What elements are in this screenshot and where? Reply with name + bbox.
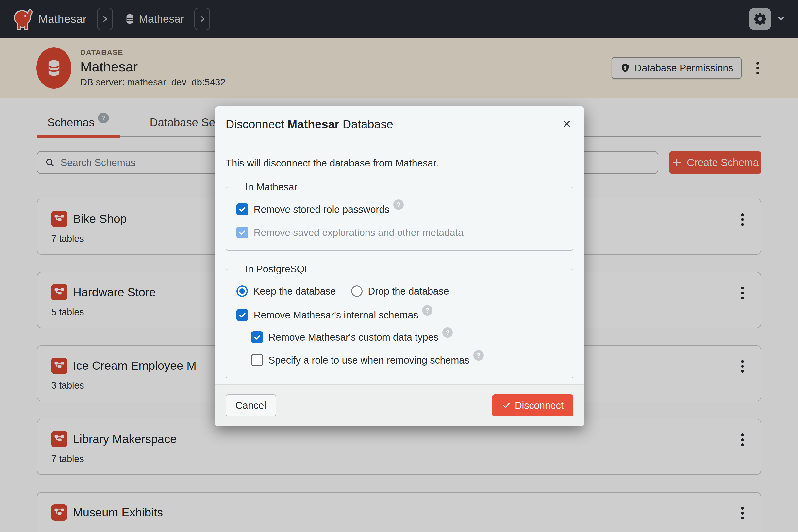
- modal-footer: Cancel Disconnect: [215, 384, 584, 426]
- in-postgresql-group: In PostgreSQL Keep the database Drop the…: [226, 264, 573, 378]
- radio-selected-icon[interactable]: [236, 285, 248, 297]
- database-fate-radio-group: Keep the database Drop the database: [236, 285, 563, 297]
- disconnect-button[interactable]: Disconnect: [492, 394, 573, 417]
- radio-drop-the-database[interactable]: Drop the database: [351, 285, 449, 297]
- option-remove-custom-data-types[interactable]: Remove Mathesar's custom data types ?: [251, 331, 563, 343]
- help-icon[interactable]: ?: [393, 200, 404, 210]
- checkbox-checked-disabled-icon: [236, 227, 248, 239]
- help-icon[interactable]: ?: [473, 350, 484, 361]
- in-mathesar-group: In Mathesar Remove stored role passwords…: [226, 182, 573, 251]
- radio-unselected-icon[interactable]: [351, 285, 363, 297]
- cancel-button[interactable]: Cancel: [226, 394, 276, 417]
- modal-header: Disconnect Mathesar Database: [215, 107, 584, 142]
- checkbox-checked-icon[interactable]: [251, 331, 263, 343]
- check-icon: [502, 401, 511, 410]
- disconnect-database-modal: Disconnect Mathesar Database This will d…: [215, 107, 584, 426]
- close-icon: [562, 119, 571, 129]
- checkbox-checked-icon[interactable]: [236, 309, 248, 321]
- modal-body: This will disconnect the database from M…: [215, 158, 584, 378]
- in-mathesar-legend: In Mathesar: [242, 182, 300, 193]
- option-remove-stored-role-passwords[interactable]: Remove stored role passwords ?: [236, 204, 563, 215]
- help-icon[interactable]: ?: [422, 305, 433, 316]
- close-button[interactable]: [560, 117, 573, 131]
- option-specify-role[interactable]: Specify a role to use when removing sche…: [251, 354, 563, 366]
- modal-intro-text: This will disconnect the database from M…: [226, 158, 573, 169]
- checkbox-checked-icon[interactable]: [236, 204, 248, 215]
- modal-title: Disconnect Mathesar Database: [226, 117, 393, 131]
- option-remove-internal-schemas[interactable]: Remove Mathesar's internal schemas ?: [236, 309, 563, 321]
- option-remove-saved-explorations: Remove saved explorations and other meta…: [236, 227, 563, 239]
- radio-keep-the-database[interactable]: Keep the database: [236, 285, 336, 297]
- in-postgresql-legend: In PostgreSQL: [242, 264, 313, 274]
- help-icon[interactable]: ?: [442, 327, 453, 338]
- checkbox-unchecked-icon[interactable]: [251, 354, 263, 366]
